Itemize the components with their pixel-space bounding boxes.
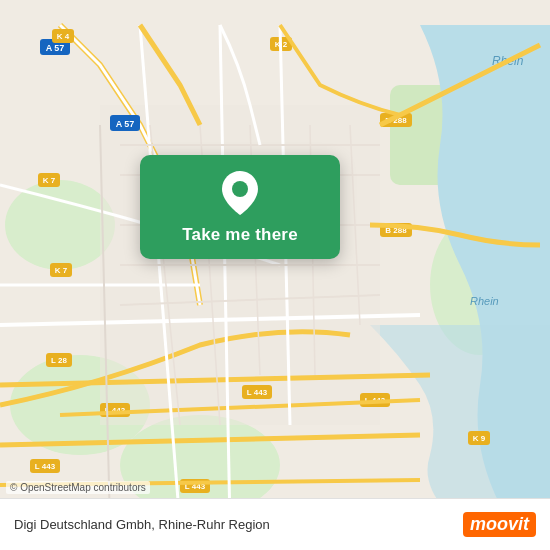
osm-attribution: © OpenStreetMap contributors — [6, 481, 150, 494]
bottom-bar: Digi Deutschland Gmbh, Rhine-Ruhr Region… — [0, 498, 550, 550]
svg-text:Rhein: Rhein — [470, 295, 499, 307]
location-pin-icon — [222, 171, 258, 215]
take-me-there-popup[interactable]: Take me there — [140, 155, 340, 259]
svg-text:K 9: K 9 — [473, 434, 486, 443]
svg-point-1 — [5, 180, 115, 270]
svg-text:A 57: A 57 — [46, 43, 65, 53]
location-info: Digi Deutschland Gmbh, Rhine-Ruhr Region — [14, 517, 453, 532]
map-container: A 57 A 57 K 4 K 2 K 7 K 7 B 288 B 288 L … — [0, 0, 550, 550]
svg-text:L 28: L 28 — [51, 356, 67, 365]
svg-text:K 7: K 7 — [43, 176, 56, 185]
moovit-logo: moovit — [463, 512, 536, 537]
take-me-there-button[interactable]: Take me there — [182, 225, 298, 245]
svg-point-59 — [232, 181, 248, 197]
svg-text:K 7: K 7 — [55, 266, 68, 275]
svg-text:A 57: A 57 — [116, 119, 135, 129]
svg-text:L 443: L 443 — [35, 462, 56, 471]
moovit-brand: moovit — [463, 512, 536, 537]
svg-text:L 443: L 443 — [247, 388, 268, 397]
svg-text:K 4: K 4 — [57, 32, 70, 41]
